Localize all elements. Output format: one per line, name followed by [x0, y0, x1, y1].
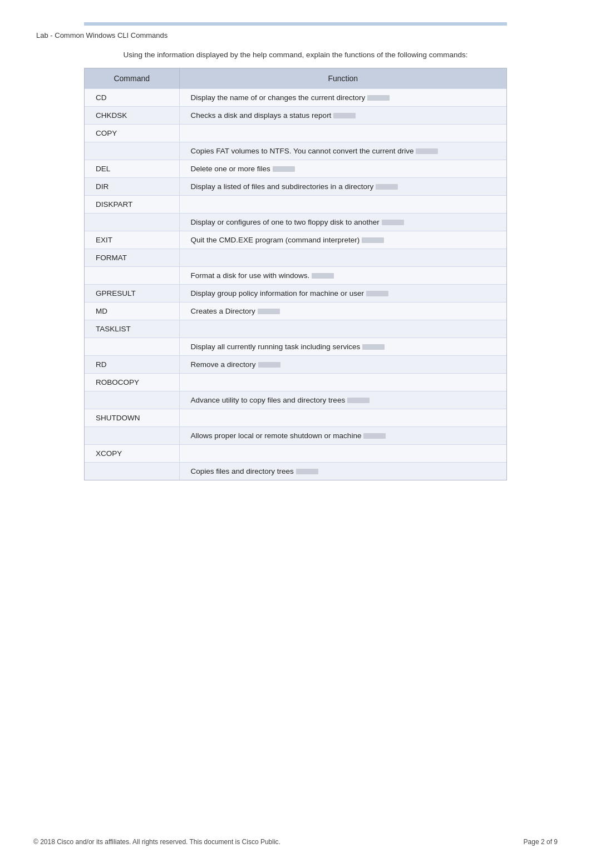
- table-row-function: Creates a Directory: [179, 302, 506, 320]
- table-row-command: SHUTDOWN: [85, 409, 179, 427]
- instruction-text: Using the information displayed by the h…: [33, 51, 558, 59]
- answer-blank: [258, 309, 280, 314]
- table-row-command: MD: [85, 302, 179, 320]
- table-row-function: Copies files and directory trees: [179, 463, 506, 480]
- commands-table: Command Function CDDisplay the name of o…: [85, 68, 506, 480]
- table-row-function: Quit the CMD.EXE program (command interp…: [179, 231, 506, 249]
- table-row-function: Format a disk for use with windows.: [179, 267, 506, 285]
- answer-blank: [333, 113, 356, 118]
- answer-blank: [363, 433, 386, 439]
- table-row-command: CD: [85, 89, 179, 107]
- table-row-command: DEL: [85, 160, 179, 178]
- commands-table-wrapper: Command Function CDDisplay the name of o…: [84, 68, 507, 480]
- table-row-command: DIR: [85, 178, 179, 196]
- table-row-function: Display group policy information for mac…: [179, 285, 506, 302]
- table-row-function-empty: [179, 249, 506, 267]
- table-row-command: ROBOCOPY: [85, 374, 179, 391]
- answer-blank: [376, 184, 398, 190]
- answer-blank: [366, 291, 388, 296]
- table-row-function: Display the name of or changes the curre…: [179, 89, 506, 107]
- footer: © 2018 Cisco and/or its affiliates. All …: [33, 838, 558, 846]
- table-row-function: Delete one or more files: [179, 160, 506, 178]
- table-row-command-empty: [85, 142, 179, 160]
- table-row-function-empty: [179, 374, 506, 391]
- table-row-command-empty: [85, 391, 179, 409]
- answer-blank: [362, 344, 385, 350]
- answer-blank: [367, 95, 390, 101]
- table-row-command-empty: [85, 338, 179, 356]
- header-bar: [84, 22, 507, 26]
- table-row-command-empty: [85, 427, 179, 445]
- table-row-function-empty: [179, 196, 506, 214]
- table-row-function: Allows proper local or remote shutdown o…: [179, 427, 506, 445]
- table-row-command: XCOPY: [85, 445, 179, 463]
- table-row-function-empty: [179, 125, 506, 142]
- page-number: Page 2 of 9: [524, 838, 558, 846]
- table-row-command: RD: [85, 356, 179, 374]
- answer-blank: [296, 469, 318, 474]
- table-row-function: Copies FAT volumes to NTFS. You cannot c…: [179, 142, 506, 160]
- answer-blank: [382, 220, 404, 225]
- table-row-function-empty: [179, 320, 506, 338]
- table-row-function: Display all currently running task inclu…: [179, 338, 506, 356]
- table-row-command: FORMAT: [85, 249, 179, 267]
- table-row-function: Remove a directory: [179, 356, 506, 374]
- table-row-command: EXIT: [85, 231, 179, 249]
- table-row-command-empty: [85, 214, 179, 231]
- table-row-function: Display a listed of files and subdirecto…: [179, 178, 506, 196]
- table-row-command: CHKDSK: [85, 107, 179, 125]
- table-row-command-empty: [85, 267, 179, 285]
- table-row-command: GPRESULT: [85, 285, 179, 302]
- table-row-function: Checks a disk and displays a status repo…: [179, 107, 506, 125]
- answer-blank: [416, 148, 438, 154]
- copyright-text: © 2018 Cisco and/or its affiliates. All …: [33, 838, 280, 846]
- table-row-command: TASKLIST: [85, 320, 179, 338]
- col-header-command: Command: [85, 68, 179, 89]
- lab-title: Lab - Common Windows CLI Commands: [33, 31, 558, 39]
- table-row-function: Display or configures of one to two flop…: [179, 214, 506, 231]
- answer-blank: [362, 237, 384, 243]
- table-row-command: COPY: [85, 125, 179, 142]
- answer-blank: [312, 273, 334, 279]
- answer-blank: [347, 398, 370, 403]
- answer-blank: [273, 166, 295, 172]
- table-row-function-empty: [179, 445, 506, 463]
- answer-blank: [258, 362, 280, 368]
- table-row-function-empty: [179, 409, 506, 427]
- table-row-command-empty: [85, 463, 179, 480]
- table-row-command: DISKPART: [85, 196, 179, 214]
- col-header-function: Function: [179, 68, 506, 89]
- table-row-function: Advance utility to copy files and direct…: [179, 391, 506, 409]
